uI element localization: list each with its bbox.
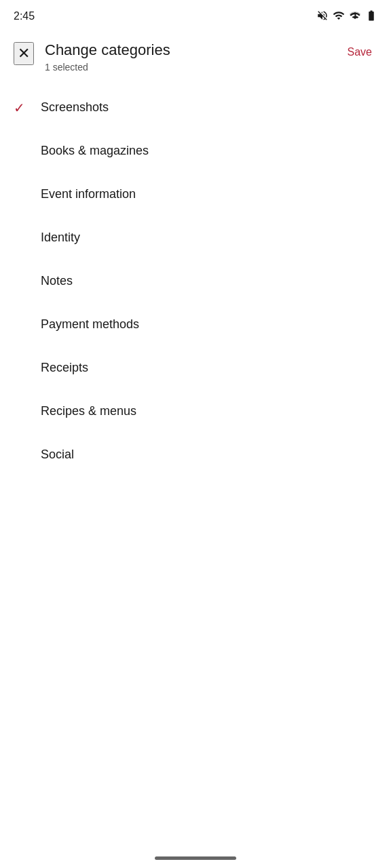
check-area-screenshots: ✓ (14, 100, 41, 116)
category-item-social[interactable]: Social (0, 433, 391, 477)
category-label-event-information: Event information (41, 187, 136, 201)
signal-icon (349, 9, 361, 24)
mute-icon (316, 9, 329, 24)
category-label-social: Social (41, 448, 74, 462)
close-button[interactable]: ✕ (14, 42, 34, 65)
category-label-notes: Notes (41, 274, 73, 288)
header: ✕ Change categories 1 selected Save (0, 30, 391, 81)
bottom-nav-indicator (155, 856, 236, 860)
category-item-receipts[interactable]: Receipts (0, 347, 391, 390)
save-button[interactable]: Save (342, 43, 377, 61)
category-item-recipes-menus[interactable]: Recipes & menus (0, 390, 391, 433)
category-item-screenshots[interactable]: ✓Screenshots (0, 86, 391, 130)
status-icons (316, 9, 377, 24)
category-item-payment-methods[interactable]: Payment methods (0, 303, 391, 347)
page-title: Change categories (45, 41, 342, 60)
category-label-payment-methods: Payment methods (41, 317, 139, 332)
category-item-event-information[interactable]: Event information (0, 173, 391, 216)
category-label-receipts: Receipts (41, 361, 88, 375)
check-mark-screenshots: ✓ (14, 100, 25, 115)
battery-icon (365, 9, 377, 24)
category-label-identity: Identity (41, 231, 80, 245)
status-time: 2:45 (14, 10, 35, 22)
category-label-recipes-menus: Recipes & menus (41, 404, 136, 418)
category-item-books-magazines[interactable]: Books & magazines (0, 130, 391, 173)
category-list: ✓ScreenshotsBooks & magazinesEvent infor… (0, 86, 391, 477)
category-label-books-magazines: Books & magazines (41, 144, 149, 158)
category-item-notes[interactable]: Notes (0, 260, 391, 303)
close-icon: ✕ (18, 45, 30, 62)
status-bar: 2:45 (0, 0, 391, 30)
category-label-screenshots: Screenshots (41, 100, 109, 115)
selection-count: 1 selected (45, 62, 342, 73)
category-item-identity[interactable]: Identity (0, 216, 391, 260)
header-text: Change categories 1 selected (45, 41, 342, 73)
wifi-icon (333, 9, 345, 24)
